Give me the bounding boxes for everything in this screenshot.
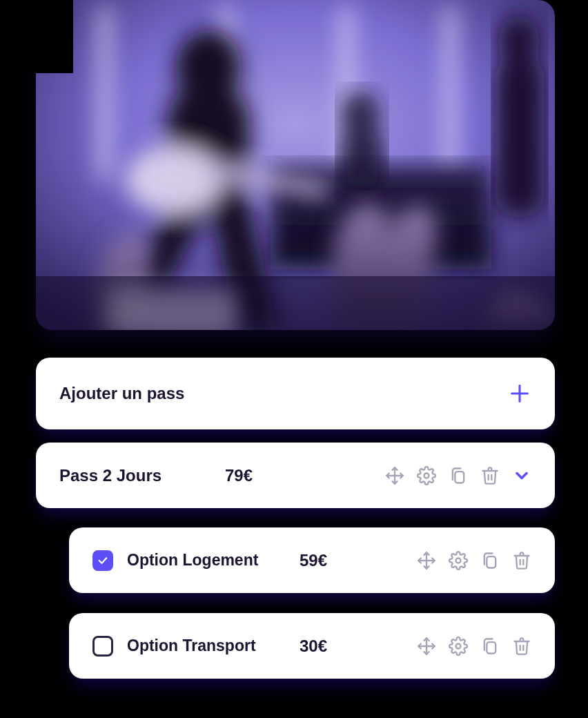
trash-icon[interactable] [512,637,531,656]
svg-point-28 [456,558,461,563]
svg-point-12 [498,15,540,65]
option-transport-label: Option Transport [127,637,300,655]
pass-price: 79€ [225,466,253,485]
copy-icon[interactable] [480,551,500,570]
svg-point-10 [126,146,222,213]
svg-rect-13 [496,58,544,217]
add-pass-card[interactable]: Ajouter un pass [36,358,555,429]
hero-image [36,0,555,330]
plus-icon[interactable] [508,382,531,405]
svg-rect-35 [487,642,496,653]
gear-icon[interactable] [449,637,468,656]
option-logement-price: 59€ [300,551,327,570]
copy-icon[interactable] [449,466,468,485]
option-transport-price: 30€ [300,637,327,656]
chevron-down-icon[interactable] [512,466,531,485]
gear-icon[interactable] [449,551,468,570]
option-row-transport: Option Transport 30€ [69,613,555,679]
copy-icon[interactable] [480,637,500,656]
checkbox-checked[interactable] [92,550,113,571]
move-icon[interactable] [417,551,436,570]
svg-rect-4 [443,7,457,180]
svg-point-14 [341,92,380,136]
svg-rect-1 [98,7,112,180]
svg-rect-29 [487,556,496,567]
pass-row: Pass 2 Jours 79€ [36,443,555,508]
svg-rect-15 [340,131,384,193]
svg-rect-17 [36,276,555,330]
svg-point-22 [424,473,429,478]
gear-icon[interactable] [417,466,436,485]
pass-title: Pass 2 Jours [59,466,225,485]
checkbox-unchecked[interactable] [92,636,113,657]
trash-icon[interactable] [512,551,531,570]
svg-rect-23 [455,472,464,483]
svg-point-34 [456,643,461,648]
move-icon[interactable] [385,466,404,485]
corner-overlay [0,0,73,73]
add-pass-label: Ajouter un pass [59,384,184,403]
option-row-logement: Option Logement 59€ [69,527,555,593]
option-logement-label: Option Logement [127,551,300,570]
trash-icon[interactable] [480,466,500,485]
move-icon[interactable] [417,637,436,656]
